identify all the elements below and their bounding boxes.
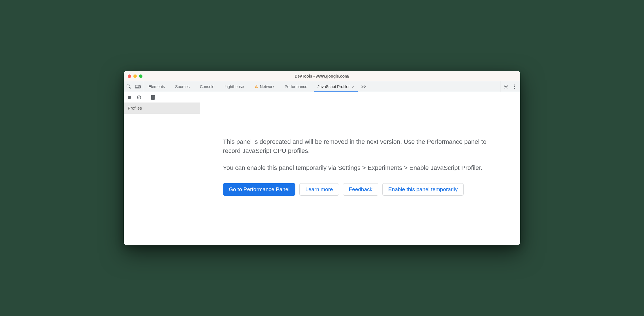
tab-label: Lighthouse [225,84,244,89]
svg-point-10 [128,96,131,99]
svg-rect-4 [256,86,256,87]
deprecation-message-2: You can enable this panel temporarily vi… [223,163,498,172]
tab-label: Elements [148,84,165,89]
svg-rect-5 [256,87,256,87]
record-icon[interactable] [126,94,133,101]
inspect-element-icon[interactable] [125,83,132,90]
minimize-window-button[interactable] [133,74,137,78]
feedback-button[interactable]: Feedback [343,183,378,196]
svg-point-6 [506,86,507,87]
tab-sources[interactable]: Sources [170,81,195,92]
go-to-performance-button[interactable]: Go to Performance Panel [223,183,295,196]
more-menu-icon[interactable] [511,83,518,90]
tab-label: Performance [285,84,307,89]
settings-icon[interactable] [503,83,509,90]
svg-line-12 [138,96,140,99]
tab-javascript-profiler[interactable]: JavaScript Profiler × [312,81,359,92]
tab-label: JavaScript Profiler [317,84,350,89]
tab-network[interactable]: Network [249,81,280,92]
clear-icon[interactable] [136,94,142,101]
tab-label: Sources [175,84,189,89]
warning-icon [254,85,258,89]
close-window-button[interactable] [128,74,131,78]
svg-point-9 [514,88,515,89]
deprecation-message-1: This panel is deprecated and will be rem… [223,137,498,155]
tabs: Elements Sources Console Lighthouse [143,81,500,92]
svg-rect-15 [152,95,154,95]
tab-label: Console [200,84,214,89]
tabbar-right-tools [500,81,520,92]
tabbar-left-tools [124,81,143,92]
tabs-overflow-button[interactable] [359,81,368,92]
window-title: DevTools - www.google.com/ [124,74,520,78]
titlebar: DevTools - www.google.com/ [124,71,520,81]
tab-label: Network [260,84,274,89]
svg-point-8 [514,86,515,87]
sidebar-section-profiles[interactable]: Profiles [124,103,200,114]
devtools-window: DevTools - www.google.com/ Elements [124,71,520,245]
delete-icon[interactable] [150,94,156,101]
panel-body: Profiles This panel is deprecated and wi… [124,92,520,245]
tab-lighthouse[interactable]: Lighthouse [219,81,249,92]
button-row: Go to Performance Panel Learn more Feedb… [223,183,498,196]
maximize-window-button[interactable] [139,74,142,78]
divider [146,95,146,100]
svg-point-7 [514,84,515,85]
tab-console[interactable]: Console [195,81,219,92]
traffic-lights [128,74,142,78]
enable-temporarily-button[interactable]: Enable this panel temporarily [382,183,464,196]
sidebar: Profiles [124,92,200,245]
svg-rect-13 [151,96,155,100]
tab-elements[interactable]: Elements [143,81,170,92]
content: This panel is deprecated and will be rem… [200,92,520,245]
tabbar: Elements Sources Console Lighthouse [124,81,520,92]
svg-rect-3 [139,86,141,88]
svg-rect-1 [135,85,139,87]
learn-more-button[interactable]: Learn more [299,183,339,196]
device-toolbar-icon[interactable] [135,83,141,90]
tab-performance[interactable]: Performance [280,81,312,92]
close-icon[interactable]: × [352,84,355,89]
sidebar-toolbar [124,92,200,103]
